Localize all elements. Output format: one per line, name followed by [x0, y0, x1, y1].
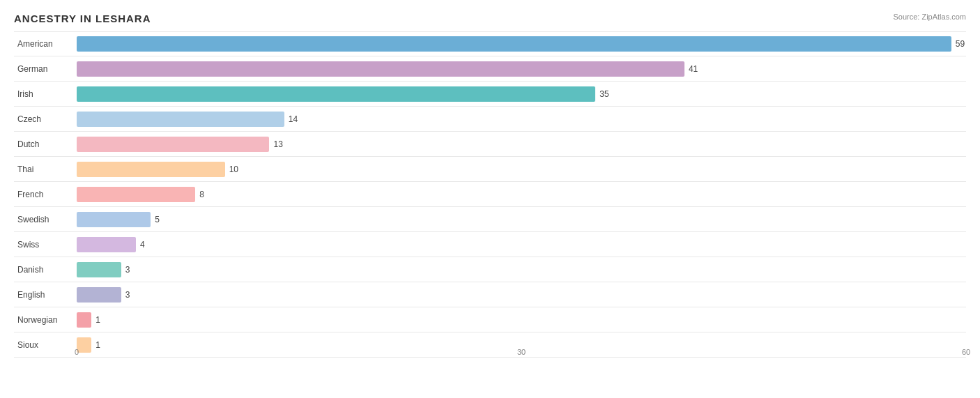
bar-row: Thai10	[14, 157, 966, 182]
bar-value-label: 35	[599, 89, 608, 99]
bar-value-label: 13	[273, 139, 282, 149]
bar-label: French	[14, 190, 77, 199]
bar-label: American	[14, 39, 77, 49]
bar-value-label: 14	[289, 114, 298, 124]
bar-fill	[77, 137, 269, 152]
bar-value-label: 5	[155, 215, 160, 224]
bar-track: 59	[77, 32, 966, 56]
bar-value-label: 3	[125, 265, 130, 275]
bar-row: Irish35	[14, 82, 966, 107]
bar-value-label: 10	[229, 164, 238, 174]
bar-row: Swiss4	[14, 232, 966, 257]
bar-fill	[77, 162, 225, 177]
bar-row: American59	[14, 31, 966, 56]
bar-track: 8	[77, 182, 966, 206]
bar-label: Irish	[14, 89, 77, 99]
bar-fill	[77, 112, 284, 127]
source-label: Source: ZipAtlas.com	[893, 13, 966, 21]
bar-track: 5	[77, 207, 966, 231]
bar-value-label: 4	[140, 240, 145, 250]
bar-track: 10	[77, 157, 966, 181]
bar-row: Czech14	[14, 107, 966, 132]
bar-value-label: 41	[689, 64, 698, 74]
bar-track: 41	[77, 56, 966, 81]
bar-value-label: 1	[95, 315, 100, 325]
x-tick-label: 0	[75, 348, 79, 356]
bar-track: 4	[77, 232, 966, 257]
bar-track: 13	[77, 132, 966, 156]
x-axis: 03060	[77, 344, 966, 362]
bar-row: German41	[14, 56, 966, 82]
bar-fill	[77, 237, 136, 252]
bar-fill	[77, 312, 91, 328]
bar-fill	[77, 61, 684, 77]
bar-fill	[77, 212, 151, 227]
bar-row: Dutch13	[14, 132, 966, 157]
bar-row: English3	[14, 282, 966, 307]
bar-track: 14	[77, 107, 966, 131]
bar-row: Swedish5	[14, 207, 966, 232]
bar-label: Swiss	[14, 240, 77, 250]
bar-fill	[77, 287, 121, 303]
bar-value-label: 8	[199, 190, 204, 199]
bar-label: Norwegian	[14, 315, 77, 325]
bar-label: German	[14, 64, 77, 74]
bar-label: Czech	[14, 114, 77, 124]
bars-area: American59German41Irish35Czech14Dutch13T…	[14, 31, 966, 344]
bar-track: 3	[77, 257, 966, 282]
bar-label: Thai	[14, 164, 77, 174]
bar-label: Sioux	[14, 340, 77, 350]
bar-label: Danish	[14, 265, 77, 275]
bar-fill	[77, 36, 951, 52]
bar-fill	[77, 86, 595, 102]
bar-label: Dutch	[14, 139, 77, 149]
chart-container: ANCESTRY IN LESHARA Source: ZipAtlas.com…	[0, 0, 980, 398]
bar-fill	[77, 187, 195, 202]
x-tick-label: 30	[517, 348, 526, 356]
bar-track: 3	[77, 282, 966, 307]
chart-title: ANCESTRY IN LESHARA	[14, 13, 966, 24]
bar-label: English	[14, 290, 77, 300]
x-tick-label: 60	[962, 348, 970, 356]
bar-row: Norwegian1	[14, 307, 966, 332]
bar-row: Danish3	[14, 257, 966, 282]
bar-value-label: 59	[956, 39, 965, 49]
bar-track: 35	[77, 82, 966, 106]
bar-label: Swedish	[14, 215, 77, 224]
bar-track: 1	[77, 307, 966, 332]
bar-fill	[77, 262, 121, 277]
bar-row: French8	[14, 182, 966, 207]
bar-value-label: 3	[125, 290, 130, 300]
